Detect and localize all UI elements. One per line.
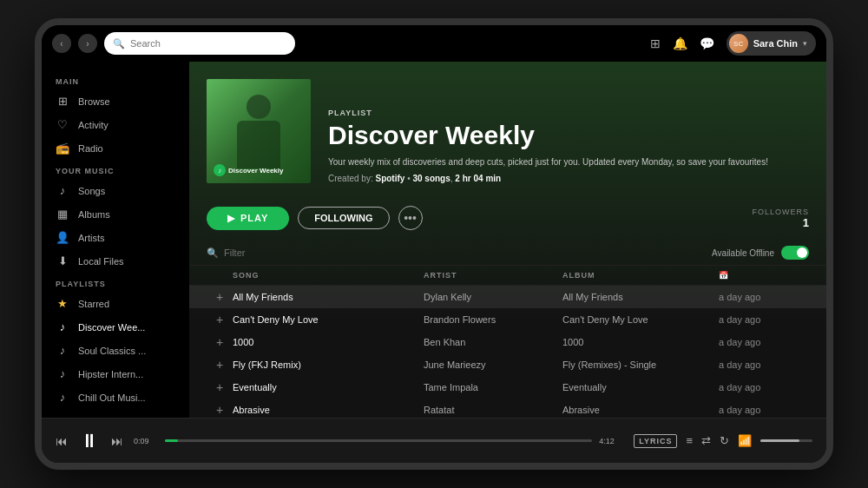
sidebar-item-radio[interactable]: 📻 Radio xyxy=(42,136,189,160)
grid-icon[interactable]: ⊞ xyxy=(650,36,661,50)
chevron-down-icon: ▾ xyxy=(803,39,807,48)
sidebar-item-dinner[interactable]: ♪ Dinner Music ... xyxy=(42,409,189,418)
right-icons: ≡ ⇄ ↻ 📶 xyxy=(686,434,752,447)
playlist-meta: PLAYLIST Discover Weekly Your weekly mix… xyxy=(328,109,809,183)
albums-icon: ▦ xyxy=(56,208,69,221)
track-artist: Dylan Kelly xyxy=(424,292,562,302)
sidebar-item-songs-label: Songs xyxy=(78,186,105,196)
next-button[interactable]: ⏭ xyxy=(111,434,123,448)
lyrics-button[interactable]: LYRICS xyxy=(634,434,677,448)
track-date: a day ago xyxy=(719,359,806,370)
track-artist: June Marieezy xyxy=(424,359,562,370)
main-content: MAIN ⊞ Browse ♡ Activity 📻 Radio YOUR MU… xyxy=(42,62,826,418)
songs-icon: ♪ xyxy=(56,184,69,197)
progress-section: 0:09 4:12 xyxy=(134,437,623,445)
repeat-icon[interactable]: ↻ xyxy=(720,434,729,447)
sidebar-item-starred[interactable]: ★ Starred xyxy=(42,292,189,315)
queue-icon[interactable]: ≡ xyxy=(686,434,693,447)
available-offline-label: Available Offline xyxy=(712,248,774,258)
track-add-btn[interactable]: + xyxy=(207,290,233,304)
main-section-label: MAIN xyxy=(42,70,189,89)
sidebar-item-discover-weekly[interactable]: ♪ Discover Wee... xyxy=(42,315,189,339)
track-duration: 3:42 xyxy=(806,314,826,325)
sidebar-item-artists[interactable]: 👤 Artists xyxy=(42,226,189,249)
track-name: Eventually xyxy=(233,382,424,392)
forward-button[interactable]: › xyxy=(78,34,97,53)
track-album: All My Friends xyxy=(562,292,719,302)
sidebar-item-soul-classics[interactable]: ♪ Soul Classics ... xyxy=(42,339,189,362)
sidebar-item-activity[interactable]: ♡ Activity xyxy=(42,113,189,136)
progress-bar[interactable] xyxy=(165,439,592,442)
sidebar-item-local-files[interactable]: ⬇ Local Files xyxy=(42,249,189,273)
track-name: 1000 xyxy=(233,337,424,347)
prev-button[interactable]: ⏮ xyxy=(56,434,68,448)
pause-button[interactable]: ⏸ xyxy=(80,430,99,452)
back-button[interactable]: ‹ xyxy=(52,34,71,53)
track-name: All My Friends xyxy=(233,292,424,302)
search-icon: 🔍 xyxy=(113,38,125,49)
offline-toggle[interactable] xyxy=(781,246,809,260)
track-album: Fly (Remixes) - Single xyxy=(562,359,719,370)
top-bar: ‹ › 🔍 ⊞ 🔔 💬 SC Sara Chin ▾ xyxy=(42,25,826,62)
play-label: PLAY xyxy=(240,213,268,223)
playlist-creator: Spotify xyxy=(375,174,404,183)
username: Sara Chin xyxy=(753,38,798,49)
track-add-btn[interactable]: + xyxy=(207,313,233,326)
playlist-icon-discover: ♪ xyxy=(56,320,69,333)
track-artist: Ben Khan xyxy=(424,337,562,347)
track-add-btn[interactable]: + xyxy=(207,335,233,349)
sidebar-item-albums[interactable]: ▦ Albums xyxy=(42,202,189,226)
track-artist: Ratatat xyxy=(424,405,562,415)
sidebar-item-starred-label: Starred xyxy=(78,299,109,309)
sidebar-item-browse[interactable]: ⊞ Browse xyxy=(42,89,189,113)
sidebar-item-local-files-label: Local Files xyxy=(78,256,124,267)
shuffle-icon[interactable]: ⇄ xyxy=(701,434,711,447)
track-row[interactable]: + All My Friends Dylan Kelly All My Frie… xyxy=(189,286,826,308)
track-date: a day ago xyxy=(719,337,806,347)
playlist-icon-hipster: ♪ xyxy=(56,367,69,380)
track-row[interactable]: + Abrasive Ratatat Abrasive a day ago 4:… xyxy=(189,399,826,418)
sidebar-item-browse-label: Browse xyxy=(78,96,110,107)
filter-icon: 🔍 xyxy=(207,247,219,259)
track-name: Fly (FKJ Remix) xyxy=(233,359,424,370)
track-add-btn[interactable]: + xyxy=(207,403,233,417)
play-button[interactable]: ▶ PLAY xyxy=(207,207,289,230)
spotify-badge: ♪ Discover Weekly xyxy=(214,164,283,176)
track-add-btn[interactable]: + xyxy=(207,380,233,394)
right-panel: ♪ Discover Weekly PLAYLIST Discover Week… xyxy=(189,62,826,418)
search-bar[interactable]: 🔍 xyxy=(104,32,295,55)
track-artist: Tame Impala xyxy=(424,382,562,392)
filter-input-wrapper: 🔍 xyxy=(207,247,344,259)
devices-icon[interactable]: 📶 xyxy=(738,434,752,447)
track-duration: 5:19 xyxy=(806,382,826,392)
user-menu[interactable]: SC Sara Chin ▾ xyxy=(727,31,816,56)
track-row[interactable]: + Fly (FKJ Remix) June Marieezy Fly (Rem… xyxy=(189,353,826,376)
bell-icon[interactable]: 🔔 xyxy=(673,36,687,50)
top-bar-right: ⊞ 🔔 💬 SC Sara Chin ▾ xyxy=(650,31,816,56)
chat-icon[interactable]: 💬 xyxy=(700,36,714,50)
volume-bar[interactable] xyxy=(760,439,812,442)
track-row[interactable]: + 1000 Ben Khan 1000 a day ago 2:54 xyxy=(189,331,826,353)
track-row[interactable]: + Eventually Tame Impala Eventually a da… xyxy=(189,376,826,399)
track-duration: 2:54 xyxy=(806,337,826,347)
track-date: a day ago xyxy=(719,314,806,325)
sidebar-item-soul-label: Soul Classics ... xyxy=(78,346,146,356)
track-name: Can't Deny My Love xyxy=(233,314,424,325)
sidebar-item-artists-label: Artists xyxy=(78,233,105,243)
more-options-button[interactable]: ••• xyxy=(398,206,423,230)
current-time: 0:09 xyxy=(134,437,158,445)
col-duration: ⏱ xyxy=(806,271,826,280)
progress-fill xyxy=(165,439,178,442)
search-input[interactable] xyxy=(130,38,286,49)
track-add-btn[interactable]: + xyxy=(207,358,233,372)
sidebar-item-songs[interactable]: ♪ Songs xyxy=(42,179,189,202)
sidebar-item-activity-label: Activity xyxy=(78,120,108,130)
sidebar-item-chill-out[interactable]: ♪ Chill Out Musi... xyxy=(42,386,189,409)
follow-button[interactable]: FOLLOWING xyxy=(298,207,389,229)
playlist-cover: ♪ Discover Weekly xyxy=(207,79,311,183)
filter-input[interactable] xyxy=(224,247,344,258)
sidebar-item-hipster[interactable]: ♪ Hipster Intern... xyxy=(42,362,189,386)
sidebar-item-discover-label: Discover Wee... xyxy=(78,322,145,333)
track-row[interactable]: + Can't Deny My Love Brandon Flowers Can… xyxy=(189,308,826,331)
playlist-info: Created by: Spotify • 30 songs, 2 hr 04 … xyxy=(328,174,809,183)
